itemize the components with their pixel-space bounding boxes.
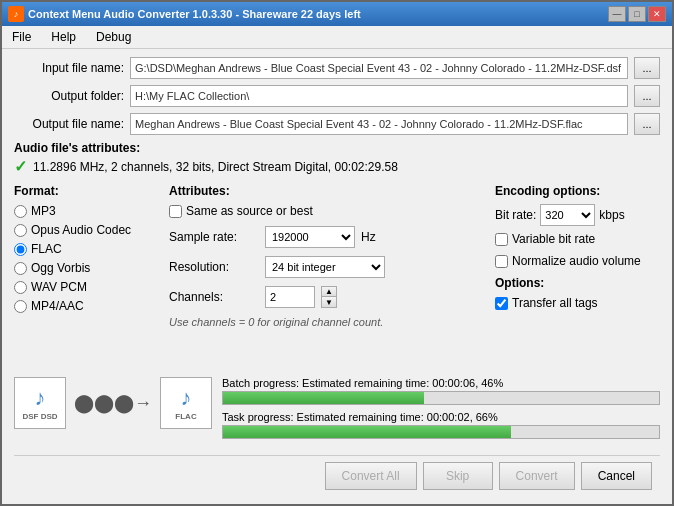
format-mp4: MP4/AAC [14, 299, 159, 313]
format-mp4-radio[interactable] [14, 300, 27, 313]
format-section: Format: MP3 Opus Audio Codec FLAC Ogg Vo… [14, 184, 159, 369]
same-as-source-checkbox[interactable] [169, 205, 182, 218]
same-as-source-label: Same as source or best [186, 204, 313, 218]
sample-rate-row: Sample rate: 192000 96000 48000 44100 Hz [169, 226, 485, 248]
output-folder-label: Output folder: [14, 89, 124, 103]
main-three-col: Format: MP3 Opus Audio Codec FLAC Ogg Vo… [14, 184, 660, 369]
task-progress-bar-bg [222, 425, 660, 439]
bottom-conversion-area: ♪ DSF DSD ⬤⬤⬤→ ♪ FLAC Batch progress: Es… [14, 377, 660, 445]
title-bar-left: ♪ Context Menu Audio Converter 1.0.3.30 … [8, 6, 361, 22]
channels-note: Use channels = 0 for original channel co… [169, 316, 485, 328]
target-music-icon: ♪ [181, 385, 192, 411]
menu-file[interactable]: File [8, 28, 35, 46]
format-mp3-label: MP3 [31, 204, 56, 218]
format-mp3: MP3 [14, 204, 159, 218]
source-format-label: DSF DSD [22, 412, 57, 421]
menu-debug[interactable]: Debug [92, 28, 135, 46]
bitrate-row: Bit rate: 320 256 192 128 kbps [495, 204, 660, 226]
input-browse-button[interactable]: ... [634, 57, 660, 79]
window-title: Context Menu Audio Converter 1.0.3.30 - … [28, 8, 361, 20]
batch-progress-bar-bg [222, 391, 660, 405]
convert-all-button[interactable]: Convert All [325, 462, 417, 490]
cancel-button[interactable]: Cancel [581, 462, 652, 490]
format-wav-radio[interactable] [14, 281, 27, 294]
main-window: ♪ Context Menu Audio Converter 1.0.3.30 … [0, 0, 674, 506]
maximize-button[interactable]: □ [628, 6, 646, 22]
audio-attrs-info: ✓ 11.2896 MHz, 2 channels, 32 bits, Dire… [14, 155, 660, 178]
arrow-right-icon: ⬤⬤⬤→ [74, 392, 152, 414]
format-wav: WAV PCM [14, 280, 159, 294]
kbps-label: kbps [599, 208, 624, 222]
input-file-input[interactable] [130, 57, 628, 79]
target-format-label: FLAC [175, 412, 196, 421]
title-controls: — □ ✕ [608, 6, 666, 22]
output-file-row: Output file name: ... [14, 113, 660, 135]
transfer-tags-checkbox[interactable] [495, 297, 508, 310]
bitrate-select[interactable]: 320 256 192 128 [540, 204, 595, 226]
conversion-visual: ♪ DSF DSD ⬤⬤⬤→ ♪ FLAC [14, 377, 212, 429]
minimize-button[interactable]: — [608, 6, 626, 22]
close-button[interactable]: ✕ [648, 6, 666, 22]
audio-info-text: 11.2896 MHz, 2 channels, 32 bits, Direct… [33, 160, 398, 174]
check-icon: ✓ [14, 157, 27, 176]
batch-progress-label: Batch progress: Estimated remaining time… [222, 377, 660, 389]
resolution-row: Resolution: 24 bit integer 16 bit intege… [169, 256, 485, 278]
output-folder-input[interactable] [130, 85, 628, 107]
variable-bitrate-checkbox[interactable] [495, 233, 508, 246]
menu-bar: File Help Debug [2, 26, 672, 49]
transfer-tags-row: Transfer all tags [495, 296, 660, 310]
format-flac-label: FLAC [31, 242, 62, 256]
input-file-label: Input file name: [14, 61, 124, 75]
convert-button[interactable]: Convert [499, 462, 575, 490]
sample-rate-select[interactable]: 192000 96000 48000 44100 [265, 226, 355, 248]
app-icon: ♪ [8, 6, 24, 22]
format-flac: FLAC [14, 242, 159, 256]
main-content: Input file name: ... Output folder: ... … [2, 49, 672, 504]
task-progress-bar-fill [223, 426, 511, 438]
channels-up-button[interactable]: ▲ [322, 287, 336, 297]
format-mp3-radio[interactable] [14, 205, 27, 218]
channels-label: Channels: [169, 290, 259, 304]
normalize-label: Normalize audio volume [512, 254, 641, 268]
resolution-select[interactable]: 24 bit integer 16 bit integer 32 bit flo… [265, 256, 385, 278]
bitrate-label: Bit rate: [495, 208, 536, 222]
hz-label: Hz [361, 230, 376, 244]
encoding-section: Encoding options: Bit rate: 320 256 192 … [495, 184, 660, 369]
variable-bitrate-label: Variable bit rate [512, 232, 595, 246]
output-file-browse-button[interactable]: ... [634, 113, 660, 135]
output-file-label: Output file name: [14, 117, 124, 131]
resolution-label: Resolution: [169, 260, 259, 274]
format-ogg: Ogg Vorbis [14, 261, 159, 275]
channels-down-button[interactable]: ▼ [322, 297, 336, 307]
task-progress-label: Task progress: Estimated remaining time:… [222, 411, 660, 423]
options-title: Options: [495, 276, 660, 290]
menu-help[interactable]: Help [47, 28, 80, 46]
output-file-input[interactable] [130, 113, 628, 135]
batch-progress-bar-fill [223, 392, 424, 404]
format-opus-label: Opus Audio Codec [31, 223, 131, 237]
attributes-section: Attributes: Same as source or best Sampl… [169, 184, 485, 369]
skip-button[interactable]: Skip [423, 462, 493, 490]
source-file-icon: ♪ DSF DSD [14, 377, 66, 429]
encoding-title: Encoding options: [495, 184, 660, 198]
sample-rate-label: Sample rate: [169, 230, 259, 244]
format-flac-radio[interactable] [14, 243, 27, 256]
format-opus: Opus Audio Codec [14, 223, 159, 237]
normalize-checkbox[interactable] [495, 255, 508, 268]
format-mp4-label: MP4/AAC [31, 299, 84, 313]
output-folder-browse-button[interactable]: ... [634, 85, 660, 107]
title-bar: ♪ Context Menu Audio Converter 1.0.3.30 … [2, 2, 672, 26]
batch-progress-row: Batch progress: Estimated remaining time… [222, 377, 660, 405]
channels-input[interactable] [265, 286, 315, 308]
bottom-buttons: Convert All Skip Convert Cancel [14, 455, 660, 496]
format-wav-label: WAV PCM [31, 280, 87, 294]
transfer-tags-label: Transfer all tags [512, 296, 598, 310]
format-ogg-radio[interactable] [14, 262, 27, 275]
audio-attrs-section: Audio file's attributes: ✓ 11.2896 MHz, … [14, 141, 660, 178]
format-opus-radio[interactable] [14, 224, 27, 237]
progress-area: Batch progress: Estimated remaining time… [222, 377, 660, 445]
target-file-icon: ♪ FLAC [160, 377, 212, 429]
output-folder-row: Output folder: ... [14, 85, 660, 107]
same-as-source-row: Same as source or best [169, 204, 485, 218]
format-title: Format: [14, 184, 159, 198]
